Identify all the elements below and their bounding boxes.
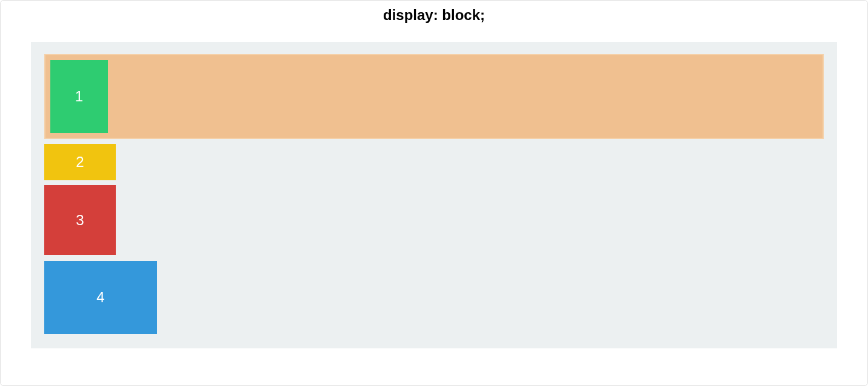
box-3: 3 <box>44 185 116 255</box>
box-4: 4 <box>44 261 157 334</box>
page-title: display: block; <box>1 1 867 30</box>
block-wrapper: 1 <box>44 54 824 139</box>
box-1: 1 <box>50 60 108 133</box>
demo-container: 1 2 3 4 <box>31 42 837 348</box>
box-2: 2 <box>44 144 116 180</box>
